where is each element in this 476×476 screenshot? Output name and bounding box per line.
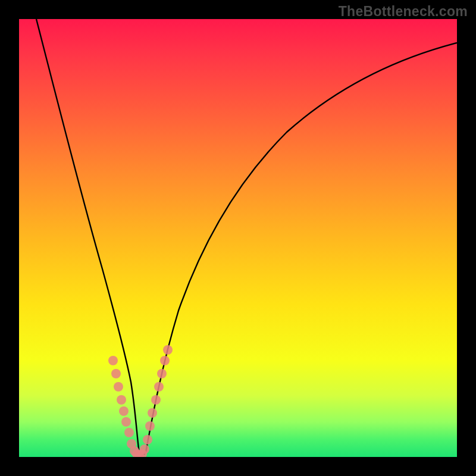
svg-point-18: [157, 369, 167, 378]
svg-point-13: [143, 435, 152, 444]
svg-point-14: [145, 421, 155, 431]
svg-point-1: [111, 369, 121, 378]
chart-frame: TheBottleneck.com: [0, 0, 476, 476]
svg-point-15: [148, 408, 157, 418]
svg-point-0: [108, 356, 118, 365]
svg-point-17: [154, 382, 164, 392]
svg-point-4: [119, 406, 129, 416]
svg-point-16: [151, 395, 161, 405]
svg-point-20: [163, 345, 173, 355]
bottleneck-curve: [36, 19, 457, 456]
svg-point-2: [114, 382, 123, 392]
watermark-text: TheBottleneck.com: [339, 4, 468, 20]
highlighted-dots: [108, 345, 173, 457]
svg-point-5: [121, 417, 131, 427]
svg-point-19: [160, 356, 170, 365]
bottleneck-curve-svg: [19, 19, 457, 457]
plot-area: [19, 19, 457, 457]
svg-point-3: [117, 395, 126, 405]
svg-point-12: [140, 444, 149, 454]
svg-point-6: [124, 428, 134, 437]
